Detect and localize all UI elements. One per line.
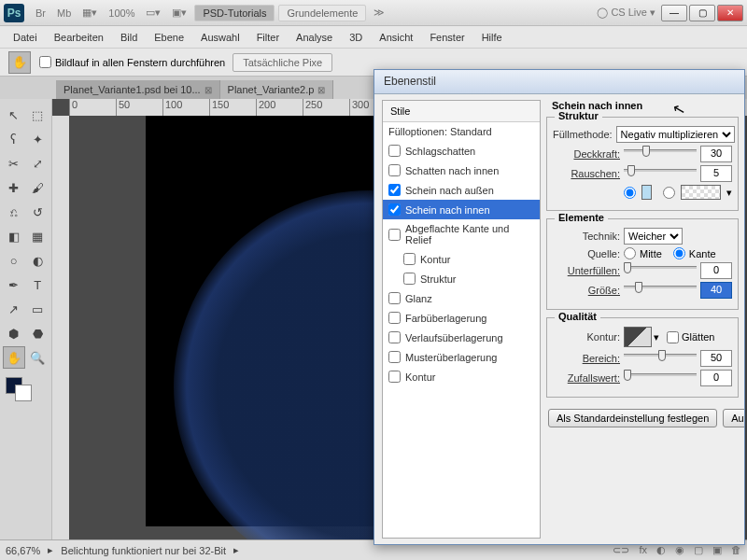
fx-icon[interactable]: fx [639, 544, 647, 556]
style-kontur[interactable]: Kontur [383, 367, 540, 386]
scroll-all-checkbox[interactable]: Bildlauf in allen Fenstern durchführen [39, 56, 225, 68]
reset-default-btn[interactable]: Auf Stan [723, 409, 744, 427]
stamp-tool[interactable]: ⎌ [3, 201, 25, 223]
opacity-value[interactable]: 30 [700, 146, 732, 162]
glow-gradient[interactable] [681, 185, 721, 200]
style-schein-nach-au-en[interactable]: Schein nach außen [383, 180, 540, 200]
close-icon[interactable]: ⊠ [204, 85, 212, 95]
underfill-slider[interactable] [624, 263, 697, 278]
size-slider[interactable] [624, 283, 697, 298]
eyedropper-tool[interactable]: ⤢ [27, 152, 49, 175]
style-farb-berlagerung[interactable]: Farbüberlagerung [383, 308, 540, 328]
style-glanz[interactable]: Glanz [383, 288, 540, 308]
style-muster-berlagerung[interactable]: Musterüberlagerung [383, 347, 540, 367]
layout-icon[interactable]: ▦▾ [77, 5, 103, 21]
new-icon[interactable]: ▣ [712, 544, 722, 556]
gradient-tool[interactable]: ▦ [27, 225, 49, 247]
style-schein-nach-innen[interactable]: Schein nach innen [383, 200, 540, 219]
mask-icon[interactable]: ◐ [656, 544, 666, 556]
wand-tool[interactable]: ✦ [27, 128, 49, 150]
color-radio[interactable] [624, 187, 636, 199]
brush-tool[interactable]: 🖌 [27, 176, 49, 199]
adj-icon[interactable]: ◉ [675, 544, 684, 556]
type-tool[interactable]: T [27, 273, 49, 296]
zoom-level[interactable]: 100% [103, 6, 140, 21]
marquee-tool[interactable]: ⬚ [27, 104, 49, 126]
workspace-psd-tutorials[interactable]: PSD-Tutorials [194, 5, 275, 21]
menu-3d[interactable]: 3D [342, 29, 370, 46]
hand-tool[interactable]: ✋ [3, 346, 25, 369]
path-tool[interactable]: ↗ [3, 298, 25, 320]
technik-select[interactable]: Weicher [624, 228, 683, 245]
menu-fenster[interactable]: Fenster [422, 29, 472, 46]
menu-auswahl[interactable]: Auswahl [193, 29, 247, 46]
quelle-mitte-radio[interactable] [624, 247, 636, 259]
opacity-slider[interactable] [624, 147, 697, 161]
eraser-tool[interactable]: ◧ [3, 225, 25, 247]
view-icon[interactable]: ▭▾ [140, 5, 166, 21]
menu-bearbeiten[interactable]: Bearbeiten [47, 29, 111, 46]
folder-icon[interactable]: ▢ [694, 544, 703, 556]
range-value[interactable]: 50 [700, 350, 732, 367]
actual-pixels-btn[interactable]: Tatsächliche Pixe [233, 53, 332, 72]
close-icon[interactable]: ⊠ [317, 85, 325, 95]
style-struktur[interactable]: Struktur [383, 269, 540, 288]
more-icon[interactable]: ≫ [368, 5, 390, 21]
menu-filter[interactable]: Filter [249, 29, 287, 46]
styles-header[interactable]: Stile [383, 101, 540, 122]
link-icon[interactable]: ⊂⊃ [613, 544, 629, 556]
close-btn[interactable]: ✕ [717, 5, 743, 21]
trash-icon[interactable]: 🗑 [731, 544, 741, 556]
cslive-btn[interactable]: ◯ CS Live ▾ [591, 5, 661, 21]
quelle-kante-radio[interactable] [673, 247, 685, 259]
screen-icon[interactable]: ▣▾ [166, 5, 192, 21]
menu-datei[interactable]: Datei [6, 29, 45, 46]
heal-tool[interactable]: ✚ [3, 176, 25, 199]
color-swatches[interactable] [2, 377, 49, 405]
style-schatten-nach-innen[interactable]: Schatten nach innen [383, 161, 540, 180]
contour-picker[interactable] [624, 327, 652, 347]
size-value[interactable]: 40 [700, 282, 732, 299]
style-abgeflachte-kante-und-relief[interactable]: Abgeflachte Kante und Relief [383, 219, 540, 249]
smooth-checkbox[interactable] [667, 331, 679, 343]
fillmode-select[interactable]: Negativ multiplizieren [616, 126, 735, 143]
noise-slider[interactable] [624, 166, 697, 181]
bg-color[interactable] [15, 385, 32, 401]
pen-tool[interactable]: ✒ [3, 273, 25, 296]
blur-tool[interactable]: ○ [3, 249, 25, 272]
bridge-btn[interactable]: Br [30, 6, 51, 21]
range-slider[interactable] [624, 351, 697, 366]
hand-tool-icon[interactable]: ✋ [8, 51, 31, 74]
crop-tool[interactable]: ✂ [3, 152, 25, 175]
lasso-tool[interactable]: ʕ [3, 128, 25, 150]
underfill-value[interactable]: 0 [700, 262, 732, 279]
3d-cam[interactable]: ⬣ [27, 322, 49, 344]
style-verlaufs-berlagerung[interactable]: Verlaufsüberlagerung [383, 328, 540, 347]
shape-tool[interactable]: ▭ [27, 298, 49, 320]
style-schlagschatten[interactable]: Schlagschatten [383, 141, 540, 161]
zoom-tool[interactable]: 🔍 [27, 346, 49, 369]
move-tool[interactable]: ↖ [3, 104, 25, 126]
doc-tab[interactable]: Planet_Variante1.psd bei 10...⊠ [56, 80, 220, 99]
3d-tool[interactable]: ⬢ [3, 322, 25, 344]
dodge-tool[interactable]: ◐ [27, 249, 49, 272]
style-kontur[interactable]: Kontur [383, 249, 540, 269]
minimize-btn[interactable]: — [661, 5, 687, 21]
menu-bild[interactable]: Bild [113, 29, 145, 46]
set-default-btn[interactable]: Als Standardeinstellung festlegen [548, 409, 717, 427]
jitter-slider[interactable] [624, 371, 697, 385]
status-zoom[interactable]: 66,67% [6, 545, 40, 556]
menu-ebene[interactable]: Ebene [147, 29, 191, 46]
history-tool[interactable]: ↺ [27, 201, 49, 223]
doc-tab[interactable]: Planet_Variante2.p⊠ [220, 80, 334, 99]
jitter-value[interactable]: 0 [700, 370, 732, 386]
noise-value[interactable]: 5 [700, 165, 732, 182]
gradient-radio[interactable] [663, 187, 675, 199]
menu-hilfe[interactable]: Hilfe [474, 29, 510, 46]
menu-ansicht[interactable]: Ansicht [372, 29, 420, 46]
blending-options[interactable]: Fülloptionen: Standard [383, 122, 540, 141]
glow-color[interactable] [641, 185, 652, 200]
mb-btn[interactable]: Mb [51, 6, 77, 21]
workspace-grundelemente[interactable]: Grundelemente [278, 5, 366, 21]
menu-analyse[interactable]: Analyse [289, 29, 340, 46]
